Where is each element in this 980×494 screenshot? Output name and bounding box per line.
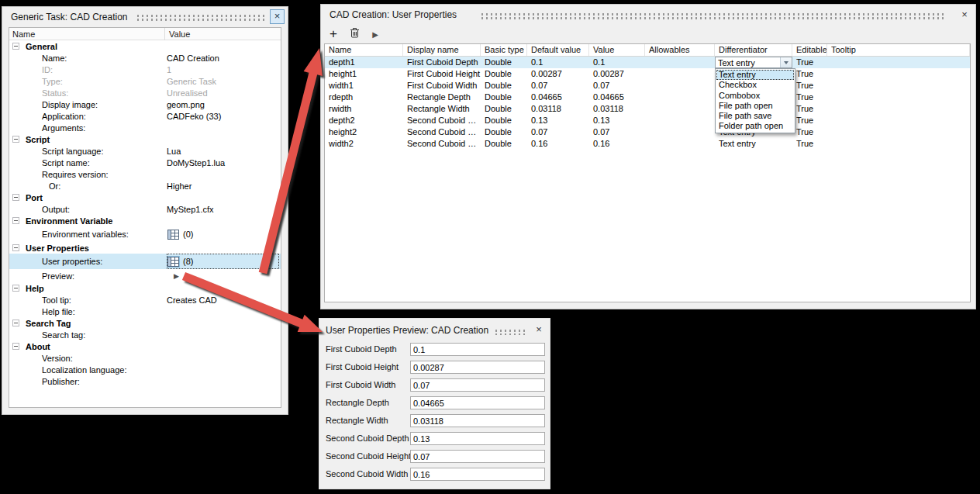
collapse-icon[interactable] <box>12 217 19 224</box>
table-row[interactable]: height1First Cuboid HeightDouble0.002870… <box>325 68 970 80</box>
tree-row[interactable]: Localization language: <box>9 364 281 375</box>
field-input[interactable] <box>410 396 545 409</box>
tree-row[interactable]: Display image:geom.png <box>9 98 281 110</box>
tree-group-row[interactable]: Environment Variable <box>9 215 281 226</box>
tree-group-row[interactable]: User Properties <box>9 242 281 254</box>
cell-value: 0.04665 <box>589 92 645 103</box>
tree-group-row[interactable]: Help <box>9 282 281 294</box>
dropdown-option[interactable]: Combobox <box>716 91 794 101</box>
run-preview-button[interactable]: ▶ <box>368 26 383 42</box>
table-row[interactable]: rwidthRectangle WidthDouble0.031180.0311… <box>325 103 970 115</box>
column-header[interactable]: Allowables <box>645 44 715 56</box>
tree-row[interactable]: Environment variables:(0) <box>9 226 281 242</box>
tree-row-name: Localization language: <box>9 364 126 375</box>
field-label: Second Cuboid Width <box>326 468 408 481</box>
dropdown-option[interactable]: Text entry <box>716 70 794 80</box>
field-input[interactable] <box>410 414 545 427</box>
tree-row[interactable]: Name:CAD Creation <box>9 52 281 64</box>
collapse-icon[interactable] <box>12 136 19 143</box>
dropdown-option[interactable]: File path open <box>716 101 794 111</box>
cell-basic_type: Double <box>481 68 527 80</box>
collapse-icon[interactable] <box>12 320 19 326</box>
tree-row[interactable]: Preview:▶ <box>9 269 281 282</box>
table-row[interactable]: height2Second Cuboid HeightDouble0.070.0… <box>325 126 970 138</box>
field-input[interactable] <box>410 468 545 481</box>
table-row[interactable]: depth1First Cuboid DepthDouble0.10.1Text… <box>325 57 970 68</box>
tree-group-row[interactable]: General <box>9 40 281 52</box>
close-button[interactable]: × <box>270 9 285 24</box>
tree-row[interactable]: Help file: <box>9 306 281 317</box>
table-row[interactable]: depth2Second Cuboid DepthDouble0.130.13T… <box>325 115 970 126</box>
tree-group-row[interactable]: About <box>9 340 281 352</box>
column-header[interactable]: Editable <box>792 44 827 56</box>
drag-handle-icon[interactable] <box>136 14 267 21</box>
tree-column-value[interactable]: Value <box>164 28 281 40</box>
collapse-icon[interactable] <box>12 43 19 50</box>
column-header[interactable]: Value <box>589 44 645 56</box>
tree-row[interactable]: Tool tip:Creates CAD <box>9 294 281 306</box>
collapse-icon[interactable] <box>12 244 19 251</box>
tree-group-label: About <box>26 342 50 351</box>
dropdown-option[interactable]: Folder path open <box>716 121 794 131</box>
combobox-dropdown-button[interactable] <box>780 57 792 67</box>
cell-basic_type: Double <box>481 138 527 150</box>
column-header[interactable]: Tooltip <box>827 44 970 56</box>
table-row[interactable]: width2Second Cuboid WidthDouble0.160.16T… <box>325 138 970 150</box>
column-header[interactable]: Basic type <box>481 44 527 56</box>
column-header[interactable]: Default value <box>527 44 589 56</box>
table-row[interactable]: rdepthRectangle DepthDouble0.046650.0466… <box>325 92 970 103</box>
drag-handle-icon[interactable] <box>480 12 945 19</box>
tree-row[interactable]: Search tag: <box>9 329 281 340</box>
column-header[interactable]: Name <box>325 44 403 56</box>
collapse-icon[interactable] <box>12 194 19 201</box>
field-input[interactable] <box>410 343 545 356</box>
dropdown-option[interactable]: Checkbox <box>716 80 794 90</box>
dropdown-option[interactable]: File path save <box>716 111 794 121</box>
tree-row-value <box>167 364 279 375</box>
tree-row-name: Script name: <box>9 157 90 168</box>
tree-row[interactable]: User properties:(8) <box>9 254 281 269</box>
tree-row[interactable]: Status:Unrealised <box>9 87 281 98</box>
add-property-button[interactable]: + <box>326 26 341 42</box>
tree-row[interactable]: Arguments: <box>9 122 281 133</box>
cell-display_name: First Cuboid Width <box>403 80 481 92</box>
tree-group-row[interactable]: Script <box>9 133 281 145</box>
tree-group-row[interactable]: Search Tag <box>9 317 281 329</box>
tree-row[interactable]: Output:MyStep1.cfx <box>9 203 281 215</box>
tree-row-name: Status: <box>9 87 68 98</box>
tree-row[interactable]: Script language:Lua <box>9 145 281 157</box>
tree-row[interactable]: Version: <box>9 352 281 364</box>
tree-group-row[interactable]: Port <box>9 192 281 203</box>
field-input[interactable] <box>410 432 545 445</box>
tree-row[interactable]: Type:Generic Task <box>9 75 281 87</box>
delete-property-button[interactable] <box>347 26 362 42</box>
tree-row[interactable]: Script name:DoMyStep1.lua <box>9 157 281 168</box>
column-header[interactable]: Display name <box>403 44 481 56</box>
cell-display_name: Second Cuboid Height <box>403 126 481 138</box>
tree-row[interactable]: ID:1 <box>9 64 281 75</box>
field-input[interactable] <box>410 450 545 463</box>
field-input[interactable] <box>410 361 545 374</box>
table-row[interactable]: width1First Cuboid WidthDouble0.070.07Te… <box>325 80 970 92</box>
collapse-icon[interactable] <box>12 343 19 350</box>
cell-default_value: 0.16 <box>527 138 589 150</box>
tree-column-name[interactable]: Name <box>12 28 35 40</box>
tree-row[interactable]: Or:Higher <box>9 180 281 192</box>
tree-row[interactable]: Requires version: <box>9 168 281 180</box>
cell-value: 0.03118 <box>589 103 645 115</box>
differentiator-combobox[interactable]: Text entry <box>715 57 792 68</box>
field-input[interactable] <box>410 378 545 392</box>
column-header[interactable]: Differentiator <box>715 44 792 56</box>
cell-display_name: Second Cuboid Depth <box>403 115 481 126</box>
tree-row-name: Display image: <box>9 98 98 110</box>
collapse-icon[interactable] <box>12 285 19 292</box>
tree-row[interactable]: Publisher: <box>9 375 281 387</box>
tree-row-name: Script language: <box>9 145 104 157</box>
tree-row-value <box>167 168 279 180</box>
tree-row-value: MyStep1.cfx <box>167 203 279 215</box>
tree-row[interactable]: Application:CADFeko (33) <box>9 110 281 122</box>
close-button[interactable]: × <box>958 9 971 21</box>
tree-row-value: Lua <box>167 145 279 157</box>
tree-row-value: Higher <box>167 180 279 192</box>
tree-row-name: Tool tip: <box>9 294 71 306</box>
